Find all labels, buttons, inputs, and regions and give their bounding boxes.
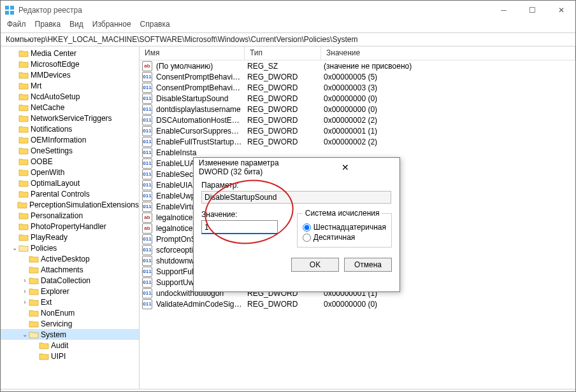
col-data[interactable]: Значение [321,46,575,60]
tree-item[interactable]: Media Center [1,48,139,59]
folder-icon [29,255,39,263]
menu-view[interactable]: Вид [69,20,83,32]
value-name: EnableInsta [154,148,245,157]
value-data: 0x00000001 (1) [321,127,575,136]
tree-item-label: Mrt [31,81,41,90]
dword-value-icon: 011 [142,191,152,201]
tree-item[interactable]: Personalization [1,210,139,221]
menu-favorites[interactable]: Избранное [92,20,131,32]
maximize-button[interactable]: ☐ [518,1,547,20]
tree-item[interactable]: NetCache [1,102,139,113]
value-row[interactable]: 011EnableFullTrustStartupTa...REG_DWORD0… [140,136,575,147]
dword-value-icon: 011 [142,245,152,255]
tree-item-label: UIPI [51,352,66,361]
value-row[interactable]: 011EnableInsta [140,147,575,158]
folder-icon [18,233,29,242]
tree-item[interactable]: ›Explorer [1,286,139,297]
tree-item[interactable]: Attachments [1,264,139,275]
tree-item[interactable]: PlayReady [1,232,139,242]
tree-item[interactable]: OEMInformation [1,134,139,145]
dword-value-icon: 011 [142,137,152,147]
svg-rect-0 [5,6,9,10]
tree-item[interactable]: UIPI [1,351,139,361]
dialog-close-button[interactable]: ✕ [297,162,395,172]
value-row[interactable]: 011DSCAutomationHostEna...REG_DWORD0x000… [140,115,575,125]
dword-value-icon: 011 [142,256,152,266]
tree-item[interactable]: OptimalLayout [1,178,139,188]
radio-dec[interactable] [303,234,311,242]
radio-hex[interactable] [303,223,311,232]
cancel-button[interactable]: Отмена [344,258,392,272]
col-name[interactable]: Имя [140,46,245,60]
tree-item[interactable]: NetworkServiceTriggers [1,113,139,123]
svg-rect-1 [10,6,14,10]
folder-icon [29,319,39,328]
tree-item[interactable]: ActiveDesktop [1,253,139,264]
tree-item[interactable]: NcdAutoSetup [1,91,139,102]
value-row[interactable]: 011EnableCursorSuppressionREG_DWORD0x000… [140,125,575,136]
value-row[interactable]: 011ValidateAdminCodeSign...REG_DWORD0x00… [140,298,575,309]
dword-value-icon: 011 [142,158,152,169]
value-row[interactable]: 011dontdisplaylastusernameREG_DWORD0x000… [140,104,575,115]
value-label: Значение: [201,210,289,219]
close-button[interactable]: ✕ [547,1,575,20]
tree-item[interactable]: PhotoPropertyHandler [1,221,139,232]
tree-item[interactable]: Mrt [1,80,139,91]
value-row[interactable]: 011DisableStartupSoundREG_DWORD0x0000000… [140,93,575,104]
chevron-right-icon[interactable]: › [21,288,29,295]
value-data: 0x00000003 (3) [321,83,575,92]
tree-view[interactable]: Media CenterMicrosoftEdgeMMDevicesMrtNcd… [1,46,140,389]
tree-item[interactable]: ›DataCollection [1,275,139,286]
minimize-button[interactable]: ─ [489,1,518,20]
value-name: EnableCursorSuppression [154,127,245,136]
tree-item[interactable]: MicrosoftEdge [1,59,139,69]
tree-item[interactable]: NonEnum [1,307,139,318]
value-name: DisableStartupSound [154,94,245,103]
value-type: REG_DWORD [245,300,321,309]
tree-item[interactable]: ⌄System [1,329,139,340]
folder-icon [18,179,29,188]
tree-item-label: MicrosoftEdge [31,60,80,69]
chevron-right-icon[interactable]: › [21,298,29,305]
ok-button[interactable]: OK [291,258,339,272]
address-bar[interactable]: Компьютер\HKEY_LOCAL_MACHINE\SOFTWARE\Mi… [1,32,575,46]
chevron-down-icon[interactable]: ⌄ [11,244,18,251]
menu-edit[interactable]: Правка [35,20,61,32]
tree-item-label: Ext [41,298,52,307]
folder-icon [39,352,49,361]
value-input[interactable] [201,220,278,234]
col-type[interactable]: Тип [245,46,321,60]
folder-icon [18,222,29,231]
dword-value-icon: 011 [142,104,152,115]
value-name: ConsentPromptBehavior... [154,73,245,81]
tree-item[interactable]: OpenWith [1,167,139,178]
value-type: REG_DWORD [245,127,321,136]
dword-value-icon: 011 [142,277,152,288]
tree-item[interactable]: MMDevices [1,69,139,80]
menu-help[interactable]: Справка [140,20,170,32]
folder-icon [18,190,29,199]
tree-item[interactable]: Servicing [1,318,139,329]
tree-item[interactable]: Audit [1,340,139,351]
value-data: 0x00000002 (2) [321,116,575,125]
folder-icon [29,287,39,296]
tree-item[interactable]: ⌄Policies [1,242,139,253]
value-type: REG_SZ [245,62,321,71]
tree-item[interactable]: Parental Controls [1,188,139,199]
value-row[interactable]: ab(По умолчанию)REG_SZ(значение не присв… [140,60,575,71]
value-row[interactable]: 011ConsentPromptBehavior...REG_DWORD0x00… [140,71,575,82]
regedit-icon [4,5,15,15]
value-name: ValidateAdminCodeSign... [154,300,245,309]
value-row[interactable]: 011ConsentPromptBehavior...REG_DWORD0x00… [140,82,575,93]
tree-item[interactable]: Notifications [1,123,139,134]
tree-item[interactable]: OOBE [1,156,139,167]
tree-item[interactable]: OneSettings [1,145,139,156]
chevron-down-icon[interactable]: ⌄ [21,331,29,338]
menu-file[interactable]: Файл [7,20,26,32]
tree-item[interactable]: ›Ext [1,297,139,307]
tree-item[interactable]: PerceptionSimulationExtensions [1,199,139,210]
tree-item-label: OpenWith [31,168,64,177]
chevron-right-icon[interactable]: › [21,277,29,284]
dword-value-icon: 011 [142,234,152,244]
dword-value-icon: 011 [142,72,152,82]
